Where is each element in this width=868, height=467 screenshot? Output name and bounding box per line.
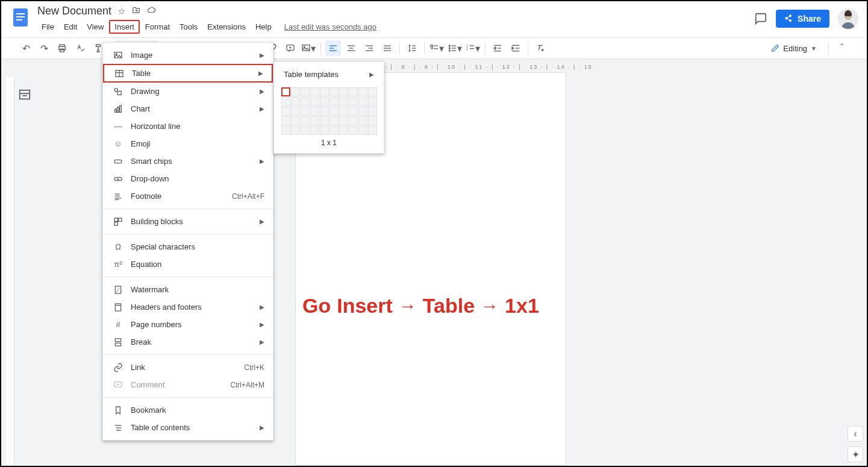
table-templates-item[interactable]: Table templates▶ bbox=[281, 67, 376, 81]
table-grid-cell[interactable] bbox=[329, 116, 339, 125]
table-grid-cell[interactable] bbox=[320, 107, 329, 116]
table-grid-cell[interactable] bbox=[329, 126, 339, 135]
align-left-button[interactable] bbox=[325, 40, 341, 56]
menu-format[interactable]: Format bbox=[141, 21, 174, 33]
table-grid-cell[interactable] bbox=[339, 107, 348, 116]
insert-special-chars-item[interactable]: ΩSpecial characters bbox=[103, 238, 273, 255]
redo-button[interactable]: ↷ bbox=[36, 40, 52, 56]
clear-formatting-button[interactable] bbox=[532, 40, 548, 56]
collapse-toolbar-button[interactable]: ˆ bbox=[834, 40, 850, 56]
table-grid-cell[interactable] bbox=[349, 107, 358, 116]
share-button[interactable]: Share bbox=[776, 10, 829, 28]
table-grid-cell[interactable] bbox=[310, 107, 319, 116]
align-justify-button[interactable] bbox=[379, 40, 395, 56]
side-panel-toggle[interactable]: ‹ bbox=[848, 426, 863, 442]
star-icon[interactable]: ☆ bbox=[117, 6, 125, 17]
document-title[interactable]: New Document bbox=[37, 5, 111, 17]
add-comment-button[interactable] bbox=[283, 40, 298, 56]
table-grid-cell[interactable] bbox=[281, 87, 290, 96]
table-grid-cell[interactable] bbox=[281, 97, 290, 106]
table-grid-cell[interactable] bbox=[281, 107, 290, 116]
outline-toggle-icon[interactable] bbox=[18, 88, 31, 99]
move-icon[interactable] bbox=[131, 6, 141, 17]
insert-table-item[interactable]: Table▶ bbox=[103, 64, 273, 83]
indent-decrease-button[interactable] bbox=[490, 40, 505, 56]
table-grid-cell[interactable] bbox=[349, 87, 358, 96]
explore-button[interactable]: ✦ bbox=[848, 447, 863, 462]
table-grid-cell[interactable] bbox=[310, 116, 319, 125]
insert-dropdown-item[interactable]: Drop-down bbox=[103, 170, 273, 187]
table-grid-cell[interactable] bbox=[291, 126, 300, 135]
insert-headers-item[interactable]: Headers and footers▶ bbox=[103, 298, 273, 316]
insert-building-blocks-item[interactable]: Building blocks▶ bbox=[103, 213, 273, 230]
account-avatar[interactable] bbox=[838, 8, 858, 29]
table-grid-cell[interactable] bbox=[320, 97, 329, 106]
table-grid-cell[interactable] bbox=[358, 126, 367, 135]
table-grid-cell[interactable] bbox=[368, 97, 377, 106]
insert-hr-item[interactable]: —Horizontal line bbox=[103, 118, 273, 135]
table-grid-cell[interactable] bbox=[320, 126, 329, 135]
table-grid-cell[interactable] bbox=[291, 116, 300, 125]
insert-smart-chips-item[interactable]: Smart chips▶ bbox=[103, 152, 273, 170]
menu-view[interactable]: View bbox=[83, 21, 108, 33]
menu-file[interactable]: File bbox=[37, 21, 58, 33]
table-grid-cell[interactable] bbox=[349, 97, 358, 106]
table-grid-cell[interactable] bbox=[310, 126, 319, 135]
table-grid-cell[interactable] bbox=[301, 107, 310, 116]
table-grid-cell[interactable] bbox=[368, 116, 377, 125]
table-grid-cell[interactable] bbox=[320, 87, 329, 96]
table-grid-cell[interactable] bbox=[358, 87, 367, 96]
checklist-button[interactable]: ▾ bbox=[429, 40, 445, 56]
print-button[interactable] bbox=[54, 40, 70, 56]
table-grid-cell[interactable] bbox=[329, 107, 339, 116]
insert-link-item[interactable]: LinkCtrl+K bbox=[103, 359, 273, 376]
comments-icon[interactable] bbox=[754, 12, 767, 25]
table-grid-cell[interactable] bbox=[358, 116, 367, 125]
insert-drawing-item[interactable]: Drawing▶ bbox=[103, 83, 273, 100]
line-spacing-button[interactable] bbox=[404, 40, 420, 56]
numbered-list-button[interactable]: 12▾ bbox=[465, 40, 481, 56]
insert-image-item[interactable]: Image▶ bbox=[103, 46, 273, 64]
table-grid-cell[interactable] bbox=[310, 97, 319, 106]
table-grid-cell[interactable] bbox=[291, 87, 300, 96]
table-grid-cell[interactable] bbox=[349, 116, 358, 125]
docs-logo[interactable] bbox=[10, 6, 31, 28]
table-grid-cell[interactable] bbox=[339, 116, 348, 125]
align-center-button[interactable] bbox=[343, 40, 359, 56]
insert-break-item[interactable]: Break▶ bbox=[103, 333, 273, 351]
insert-footnote-item[interactable]: FootnoteCtrl+Alt+F bbox=[103, 187, 273, 205]
menu-insert[interactable]: Insert bbox=[109, 20, 140, 34]
insert-equation-item[interactable]: π²Equation bbox=[103, 255, 273, 273]
last-edit-link[interactable]: Last edit was seconds ago bbox=[284, 22, 376, 31]
undo-button[interactable]: ↶ bbox=[18, 40, 34, 56]
table-grid-cell[interactable] bbox=[301, 126, 310, 135]
insert-image-button[interactable]: ▾ bbox=[301, 40, 316, 56]
spellcheck-button[interactable] bbox=[72, 40, 88, 56]
insert-toc-item[interactable]: Table of contents▶ bbox=[103, 419, 273, 436]
insert-emoji-item[interactable]: ☺Emoji bbox=[103, 135, 273, 152]
table-grid-cell[interactable] bbox=[368, 87, 377, 96]
table-grid-cell[interactable] bbox=[291, 107, 300, 116]
table-grid-cell[interactable] bbox=[281, 116, 290, 125]
insert-bookmark-item[interactable]: Bookmark bbox=[103, 401, 273, 419]
table-grid-cell[interactable] bbox=[339, 87, 348, 96]
table-grid-cell[interactable] bbox=[301, 87, 310, 96]
insert-chart-item[interactable]: Chart▶ bbox=[103, 100, 273, 118]
menu-tools[interactable]: Tools bbox=[175, 21, 202, 33]
cloud-status-icon[interactable] bbox=[147, 6, 157, 17]
indent-increase-button[interactable] bbox=[508, 40, 523, 56]
table-grid-cell[interactable] bbox=[301, 97, 310, 106]
align-right-button[interactable] bbox=[361, 40, 377, 56]
menu-extensions[interactable]: Extensions bbox=[203, 21, 250, 33]
table-grid-cell[interactable] bbox=[329, 87, 339, 96]
insert-watermark-item[interactable]: Watermark bbox=[103, 281, 273, 298]
table-grid-cell[interactable] bbox=[368, 126, 377, 135]
table-size-grid[interactable] bbox=[281, 87, 376, 135]
table-grid-cell[interactable] bbox=[358, 97, 367, 106]
menu-help[interactable]: Help bbox=[251, 21, 276, 33]
table-grid-cell[interactable] bbox=[339, 97, 348, 106]
editing-mode-button[interactable]: Editing ▼ bbox=[765, 42, 823, 55]
table-grid-cell[interactable] bbox=[339, 126, 348, 135]
menu-edit[interactable]: Edit bbox=[60, 21, 81, 33]
table-grid-cell[interactable] bbox=[329, 97, 339, 106]
